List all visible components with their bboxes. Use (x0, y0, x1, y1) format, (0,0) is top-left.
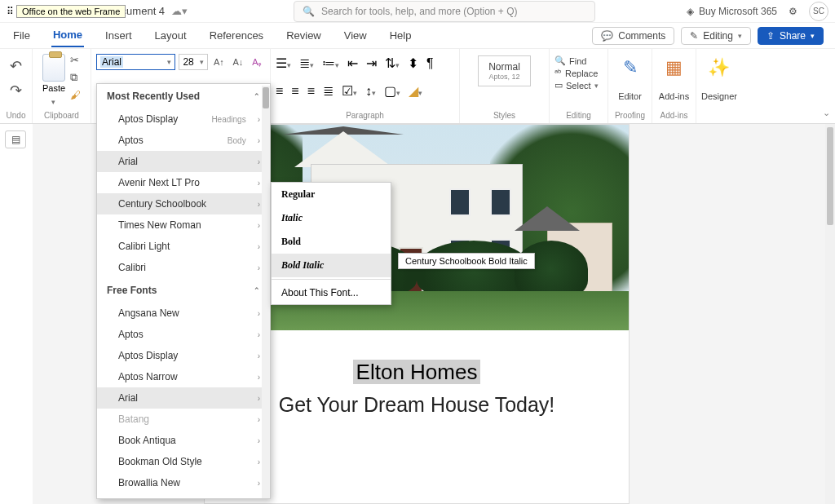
tab-help[interactable]: Help (388, 24, 413, 46)
font-item-batang[interactable]: Batang› (97, 409, 270, 430)
buy-microsoft-365-button[interactable]: ◈ Buy Microsoft 365 (687, 6, 777, 17)
bullets-icon[interactable]: ☰▾ (276, 55, 291, 71)
chevron-right-icon: › (258, 330, 260, 339)
font-item-aptos-narrow[interactable]: Aptos Narrow› (97, 366, 270, 387)
chevron-right-icon: › (258, 200, 260, 209)
saved-to-cloud-icon[interactable]: ☁▾ (171, 5, 188, 17)
share-button[interactable]: ⇪Share▾ (758, 27, 824, 45)
font-item-century-schoolbook[interactable]: Century Schoolbook› (97, 193, 270, 214)
font-item-calibri2[interactable]: Calibri› (97, 493, 270, 499)
font-item-browallia[interactable]: Browallia New› (97, 472, 270, 493)
font-item-aptos-display[interactable]: Aptos DisplayHeadings› (97, 108, 270, 130)
decrease-indent-icon[interactable]: ⇤ (347, 55, 358, 71)
navigation-pane-toggle[interactable]: ▤ (5, 130, 26, 148)
ribbon-group-clipboard: Paste ▾ ✂ ⧉ 🖌 Clipboard (33, 49, 91, 123)
font-item-calibri[interactable]: Calibri› (97, 257, 270, 278)
tab-file[interactable]: File (11, 24, 32, 46)
borders-icon[interactable]: ▢▾ (384, 83, 400, 99)
font-size-value: 28 (183, 56, 193, 68)
font-item-avenir[interactable]: Avenir Next LT Pro› (97, 172, 270, 193)
spacing-icon[interactable]: ↕▾ (365, 84, 376, 99)
font-item-aptos[interactable]: AptosBody› (97, 130, 270, 151)
copy-icon[interactable]: ⧉ (70, 71, 81, 84)
chevron-down-icon: ▾ (200, 58, 204, 66)
editor-icon[interactable]: ✎ (613, 57, 647, 78)
tab-insert[interactable]: Insert (104, 24, 134, 46)
separator (272, 279, 391, 280)
undo-icon[interactable]: ↶ (10, 57, 22, 75)
style-regular[interactable]: Regular (272, 183, 391, 206)
style-normal[interactable]: Normal Aptos, 12 (478, 55, 531, 86)
tab-review[interactable]: Review (285, 24, 323, 46)
numbering-icon[interactable]: ≣▾ (299, 55, 314, 71)
align-right-icon[interactable]: ≡ (307, 84, 315, 99)
font-section-mru[interactable]: Most Recently Used ⌃ (97, 84, 270, 108)
align-center-icon[interactable]: ≡ (291, 84, 298, 99)
checklist-icon[interactable]: ☑▾ (342, 83, 357, 99)
chevron-right-icon: › (258, 351, 260, 360)
sort-icon[interactable]: ⬍ (408, 55, 418, 71)
font-picker-dropdown[interactable]: Most Recently Used ⌃ Aptos DisplayHeadin… (96, 83, 271, 499)
group-label-editing: Editing (554, 111, 603, 122)
collapse-ribbon-icon[interactable]: ⌄ (823, 108, 830, 118)
group-label-styles: Styles (493, 111, 515, 122)
font-item-angsana[interactable]: Angsana New› (97, 303, 270, 324)
tab-layout[interactable]: Layout (153, 24, 188, 46)
font-item-arial[interactable]: Arial› (97, 151, 270, 172)
tab-home[interactable]: Home (51, 24, 84, 47)
scrollbar-thumb[interactable] (827, 127, 833, 225)
style-bold-italic[interactable]: Bold Italic (272, 254, 391, 277)
multilevel-list-icon[interactable]: ≔▾ (322, 55, 339, 71)
font-style-submenu[interactable]: Regular Italic Bold Bold Italic About Th… (271, 182, 391, 305)
designer-icon[interactable]: ✨ (701, 57, 736, 78)
justify-icon[interactable]: ≣ (323, 83, 334, 99)
account-avatar[interactable]: SC (809, 2, 828, 21)
designer-label: Designer (701, 91, 736, 101)
font-item-aptos2[interactable]: Aptos› (97, 324, 270, 345)
font-item-aptos-display2[interactable]: Aptos Display› (97, 345, 270, 366)
editing-mode-button[interactable]: ✎Editing▾ (681, 27, 751, 45)
redo-icon[interactable]: ↷ (10, 82, 22, 99)
tab-view[interactable]: View (342, 24, 369, 46)
font-name-combo[interactable]: Arial▾ (96, 54, 175, 70)
group-label-proofing: Proofing (613, 111, 647, 122)
chevron-down-icon[interactable]: ▾ (51, 98, 55, 106)
show-marks-icon[interactable]: ¶ (426, 56, 434, 71)
find-icon: 🔍 (554, 55, 566, 66)
replace-button[interactable]: ᵃᵇReplace (554, 68, 603, 78)
find-button[interactable]: 🔍Find (554, 55, 603, 66)
font-name-value: Arial (100, 56, 123, 68)
align-left-icon[interactable]: ≡ (276, 84, 283, 99)
addins-icon[interactable]: ▦ (657, 57, 691, 78)
font-item-book-antiqua[interactable]: Book Antiqua› (97, 430, 270, 451)
group-label-paragraph: Paragraph (276, 111, 454, 122)
format-painter-icon[interactable]: 🖌 (70, 89, 81, 101)
paste-icon[interactable] (42, 54, 65, 82)
style-bold[interactable]: Bold (272, 230, 391, 254)
increase-indent-icon[interactable]: ⇥ (366, 55, 377, 71)
settings-icon[interactable]: ⚙ (789, 6, 797, 17)
grow-font-icon[interactable]: A↑ (211, 54, 227, 70)
font-item-bookman[interactable]: Bookman Old Style› (97, 451, 270, 472)
vertical-scrollbar[interactable] (825, 124, 835, 504)
font-item-arial2[interactable]: Arial› (97, 387, 270, 409)
style-italic[interactable]: Italic (272, 206, 391, 230)
shrink-font-icon[interactable]: A↓ (230, 54, 245, 70)
dropdown-scrollbar[interactable] (262, 86, 270, 499)
cut-icon[interactable]: ✂ (70, 54, 81, 66)
select-button[interactable]: ▭Select▾ (554, 80, 603, 91)
search-box[interactable]: 🔍 Search for tools, help, and more (Opti… (294, 1, 595, 22)
shading-icon[interactable]: ◢▾ (409, 83, 422, 99)
comments-button[interactable]: 💬Comments (592, 27, 674, 45)
about-this-font[interactable]: About This Font... (272, 281, 391, 304)
tab-references[interactable]: References (208, 24, 265, 46)
font-size-combo[interactable]: 28▾ (179, 54, 207, 70)
dropdown-scroll-thumb[interactable] (263, 87, 269, 108)
font-section-free[interactable]: Free Fonts ⌃ (97, 278, 270, 303)
font-item-calibri-light[interactable]: Calibri Light› (97, 236, 270, 257)
clear-format-icon[interactable]: Aᵩ (250, 54, 265, 70)
line-spacing-icon[interactable]: ⇅▾ (385, 55, 400, 71)
font-item-times[interactable]: Times New Roman› (97, 214, 270, 236)
chevron-right-icon: › (258, 415, 260, 424)
chevron-right-icon: › (258, 479, 260, 488)
